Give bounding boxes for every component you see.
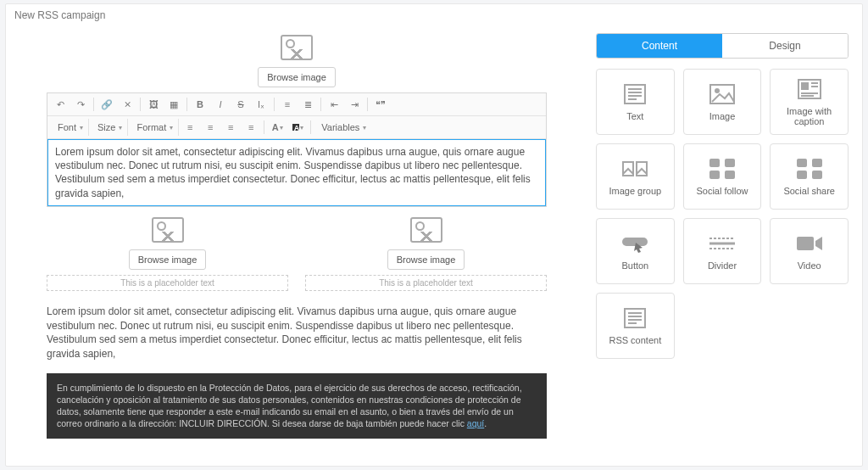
tab-design[interactable]: Design [722, 34, 848, 58]
image-placeholder-icon [152, 217, 184, 243]
image-caption-block-left: Browse image This is a placeholder text [47, 217, 288, 291]
image-placeholder-icon [410, 217, 442, 243]
toolbar-separator [264, 120, 264, 134]
browse-image-button[interactable]: Browse image [129, 249, 207, 270]
toolbar-separator [367, 98, 368, 111]
block-image-caption[interactable]: Image with caption [770, 69, 849, 135]
editor-content[interactable]: Lorem ipsum dolor sit amet, consectetur … [47, 139, 546, 206]
toolbar-separator [310, 120, 311, 134]
bold-button[interactable]: B [191, 96, 209, 113]
block-divider[interactable]: Divider [683, 218, 762, 284]
hero-image-block: Browse image [47, 30, 547, 92]
align-justify-icon[interactable]: ≡ [242, 119, 260, 136]
svg-rect-19 [797, 159, 807, 167]
font-dropdown[interactable]: Font▾ [51, 119, 89, 136]
svg-rect-22 [812, 171, 822, 179]
align-left-icon[interactable]: ≡ [181, 119, 199, 136]
rss-block-icon [620, 306, 650, 330]
redo-icon[interactable]: ↷ [71, 96, 90, 113]
right-panel: Content Design Text Image [587, 23, 862, 466]
svg-rect-15 [709, 159, 720, 167]
size-dropdown[interactable]: Size▾ [91, 119, 128, 136]
toolbar-row-2: Font▾ Size▾ Format▾ ≡ ≡ ≡ ≡ A▾ A▾ Variab… [47, 116, 546, 139]
block-label: Social follow [696, 186, 748, 196]
link-icon[interactable]: 🔗 [97, 96, 116, 113]
svg-rect-18 [725, 171, 735, 179]
footer-text: En cumplimiento de lo dispuesto en la Pr… [57, 383, 522, 429]
italic-button[interactable]: I [211, 96, 230, 113]
block-label: Image with caption [771, 106, 848, 126]
block-image-group[interactable]: Image group [596, 143, 675, 210]
svg-point-6 [715, 88, 720, 93]
bullet-list-icon[interactable]: ≣ [298, 96, 317, 113]
svg-rect-23 [622, 238, 648, 246]
page-title: New RSS campaign [6, 4, 862, 23]
rich-text-editor: ↶ ↷ 🔗 ⨯ 🖼 ▦ B I S Iₓ ≡ ≣ ⇤ ⇥ [47, 92, 547, 207]
svg-marker-29 [815, 237, 822, 250]
align-center-icon[interactable]: ≡ [201, 119, 220, 136]
video-block-icon [794, 232, 825, 255]
image-caption-block-icon [794, 77, 825, 101]
toolbar-separator [186, 98, 187, 111]
button-block-icon [620, 232, 650, 255]
block-label: Image [709, 111, 736, 121]
block-button[interactable]: Button [596, 218, 675, 284]
toolbar-separator [93, 98, 94, 111]
block-label: Text [626, 111, 643, 121]
social-share-block-icon [794, 157, 825, 181]
toolbar-row-1: ↶ ↷ 🔗 ⨯ 🖼 ▦ B I S Iₓ ≡ ≣ ⇤ ⇥ [47, 93, 546, 116]
align-right-icon[interactable]: ≡ [221, 119, 240, 136]
block-label: Divider [708, 260, 737, 271]
format-dropdown[interactable]: Format▾ [130, 119, 179, 136]
tab-content[interactable]: Content [597, 34, 722, 58]
outdent-icon[interactable]: ⇤ [325, 96, 343, 113]
block-text[interactable]: Text [596, 69, 675, 135]
svg-rect-17 [709, 171, 720, 179]
body-paragraph[interactable]: Lorem ipsum dolor sit amet, consectetur … [47, 305, 547, 361]
image-icon[interactable]: 🖼 [144, 96, 163, 113]
bg-color-button[interactable]: A▾ [288, 119, 307, 136]
blockquote-icon[interactable]: ❝❞ [371, 96, 390, 113]
block-label: RSS content [609, 335, 661, 345]
image-block-icon [707, 82, 737, 106]
toolbar-separator [274, 98, 275, 111]
block-social-follow[interactable]: Social follow [683, 143, 762, 210]
browse-image-button[interactable]: Browse image [387, 249, 465, 270]
table-icon[interactable]: ▦ [164, 96, 183, 113]
caption-placeholder[interactable]: This is a placeholder text [47, 275, 288, 291]
block-label: Image group [609, 186, 661, 196]
divider-block-icon [707, 232, 737, 255]
svg-rect-20 [812, 159, 822, 167]
block-image[interactable]: Image [683, 69, 762, 135]
indent-icon[interactable]: ⇥ [345, 96, 364, 113]
toolbar-separator [140, 98, 141, 111]
footer-unsubscribe-link[interactable]: aquí [467, 418, 484, 428]
svg-rect-30 [625, 309, 645, 327]
browse-image-button[interactable]: Browse image [258, 67, 336, 87]
caption-placeholder[interactable]: This is a placeholder text [305, 275, 547, 291]
strike-button[interactable]: S [231, 96, 250, 113]
text-color-button[interactable]: A▾ [268, 119, 287, 136]
variables-dropdown[interactable]: Variables▾ [314, 119, 371, 136]
block-rss-content[interactable]: RSS content [596, 293, 675, 359]
image-group-block-icon [620, 157, 650, 181]
undo-icon[interactable]: ↶ [51, 96, 70, 113]
svg-rect-8 [801, 82, 809, 90]
svg-rect-28 [797, 237, 814, 250]
block-label: Button [621, 260, 648, 271]
block-label: Video [798, 260, 821, 271]
legal-footer: En cumplimiento de lo dispuesto en la Pr… [47, 373, 547, 439]
image-placeholder-icon [281, 35, 313, 60]
svg-rect-21 [797, 171, 807, 179]
unlink-icon[interactable]: ⨯ [118, 96, 136, 113]
numbered-list-icon[interactable]: ≡ [278, 96, 297, 113]
block-social-share[interactable]: Social share [770, 143, 849, 210]
block-label: Social share [783, 186, 835, 196]
clear-format-button[interactable]: Iₓ [252, 96, 270, 113]
svg-rect-16 [725, 159, 735, 167]
email-canvas[interactable]: Browse image ↶ ↷ 🔗 ⨯ 🖼 ▦ B I S Iₓ [6, 23, 587, 466]
social-follow-block-icon [707, 157, 737, 181]
toolbar-separator [320, 98, 321, 111]
block-video[interactable]: Video [770, 218, 849, 284]
panel-tabs: Content Design [596, 33, 849, 59]
